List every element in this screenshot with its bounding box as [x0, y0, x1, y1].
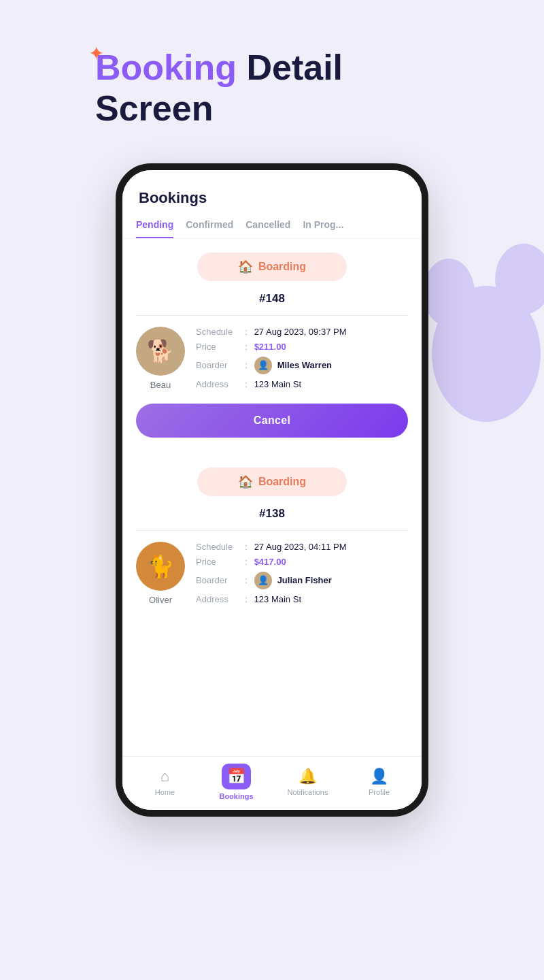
price-label-2: Price — [196, 557, 242, 567]
price-value-2: $417.00 — [254, 557, 286, 567]
home-icon: ⌂ — [160, 768, 169, 785]
tab-cancelled[interactable]: Cancelled — [245, 219, 290, 238]
bookings-header: Bookings — [122, 170, 422, 207]
boarder-name-1: Miles Warren — [277, 360, 332, 370]
category-label-2: Boarding — [258, 476, 306, 488]
spark-icon: ✦ — [88, 42, 104, 65]
nav-notifications[interactable]: 🔔 Notifications — [288, 768, 328, 796]
details-table-2: Schedule : 27 Aug 2023, 04:11 PM Price :… — [196, 542, 408, 609]
address-label-2: Address — [196, 594, 242, 604]
schedule-row-1: Schedule : 27 Aug 2023, 09:37 PM — [196, 327, 408, 337]
address-label-1: Address — [196, 379, 242, 389]
phone-wrapper: Bookings Pending Confirmed Cancelled In … — [0, 163, 544, 817]
pet-name-oliver: Oliver — [149, 595, 172, 605]
boarder-avatar-1: 👤 — [254, 357, 272, 374]
address-row-2: Address : 123 Main St — [196, 594, 408, 604]
header-section: ✦ Booking Detail Screen — [0, 0, 544, 150]
pet-avatar-beau: 🐕 — [136, 327, 185, 376]
nav-profile-label: Profile — [369, 788, 390, 796]
house-icon-2: 🏠 — [238, 474, 253, 489]
boarder-label-1: Boarder — [196, 360, 242, 370]
tabs-bar: Pending Confirmed Cancelled In Prog... — [122, 207, 422, 239]
category-badge-1: 🏠 Boarding — [197, 252, 347, 281]
nav-notifications-label: Notifications — [288, 788, 328, 796]
nav-bookings-label: Bookings — [219, 792, 253, 800]
nav-bookings[interactable]: 📅 Bookings — [216, 764, 257, 800]
booking-card-2: 🏠 Boarding #138 🐈 Oliver Schedule — [136, 468, 408, 609]
calendar-icon: 📅 — [222, 764, 251, 789]
boarder-name-2: Julian Fisher — [277, 575, 332, 585]
address-value-2: 123 Main St — [254, 594, 301, 604]
nav-profile[interactable]: 👤 Profile — [359, 768, 400, 796]
boarder-info-1: 👤 Miles Warren — [254, 357, 332, 374]
tab-pending[interactable]: Pending — [136, 219, 173, 238]
boarder-label-2: Boarder — [196, 575, 242, 585]
tab-inprog[interactable]: In Prog... — [303, 219, 343, 238]
detail-word: Detail — [246, 48, 343, 87]
divider-2 — [136, 530, 408, 531]
price-row-1: Price : $211.00 — [196, 342, 408, 352]
boarder-avatar-2: 👤 — [254, 572, 272, 589]
schedule-label-2: Schedule — [196, 542, 242, 552]
schedule-value-1: 27 Aug 2023, 09:37 PM — [254, 327, 347, 337]
boarder-row-2: Boarder : 👤 Julian Fisher — [196, 572, 408, 589]
person-icon: 👤 — [370, 768, 388, 785]
nav-home-label: Home — [155, 788, 175, 796]
address-value-1: 123 Main St — [254, 379, 301, 389]
category-label-1: Boarding — [258, 261, 306, 273]
phone-mockup: Bookings Pending Confirmed Cancelled In … — [116, 163, 428, 817]
price-label-1: Price — [196, 342, 242, 352]
phone-screen: Bookings Pending Confirmed Cancelled In … — [122, 170, 422, 810]
booking-details-row-1: 🐕 Beau Schedule : 27 Aug 2023, 09:37 PM … — [136, 327, 408, 394]
price-row-2: Price : $417.00 — [196, 557, 408, 567]
details-table-1: Schedule : 27 Aug 2023, 09:37 PM Price :… — [196, 327, 408, 394]
cancel-button-1[interactable]: Cancel — [136, 404, 408, 438]
bell-icon: 🔔 — [299, 768, 317, 785]
screen-word: Screen — [95, 88, 213, 128]
address-row-1: Address : 123 Main St — [196, 379, 408, 389]
schedule-row-2: Schedule : 27 Aug 2023, 04:11 PM — [196, 542, 408, 552]
schedule-value-2: 27 Aug 2023, 04:11 PM — [254, 542, 347, 552]
booking-card-1: 🏠 Boarding #148 🐕 Beau Schedule — [136, 252, 408, 451]
schedule-label-1: Schedule — [196, 327, 242, 337]
bottom-nav: ⌂ Home 📅 Bookings 🔔 Notifications 👤 Prof… — [122, 756, 422, 810]
bookings-title: Bookings — [139, 189, 405, 207]
divider-1 — [136, 315, 408, 316]
booking-id-2: #138 — [136, 507, 408, 521]
scroll-content: 🏠 Boarding #148 🐕 Beau Schedule — [122, 239, 422, 756]
nav-home[interactable]: ⌂ Home — [145, 768, 186, 796]
pet-col-2: 🐈 Oliver — [136, 542, 185, 609]
tab-confirmed[interactable]: Confirmed — [186, 219, 233, 238]
house-icon-1: 🏠 — [238, 259, 253, 274]
pet-col-1: 🐕 Beau — [136, 327, 185, 394]
booking-word: Booking — [95, 48, 237, 87]
boarder-row-1: Boarder : 👤 Miles Warren — [196, 357, 408, 374]
boarder-info-2: 👤 Julian Fisher — [254, 572, 332, 589]
booking-details-row-2: 🐈 Oliver Schedule : 27 Aug 2023, 04:11 P… — [136, 542, 408, 609]
pet-avatar-oliver: 🐈 — [136, 542, 185, 591]
category-badge-2: 🏠 Boarding — [197, 468, 347, 496]
price-value-1: $211.00 — [254, 342, 286, 352]
pet-name-beau: Beau — [150, 380, 171, 390]
page-title: Booking Detail Screen — [95, 48, 544, 129]
booking-id-1: #148 — [136, 292, 408, 306]
